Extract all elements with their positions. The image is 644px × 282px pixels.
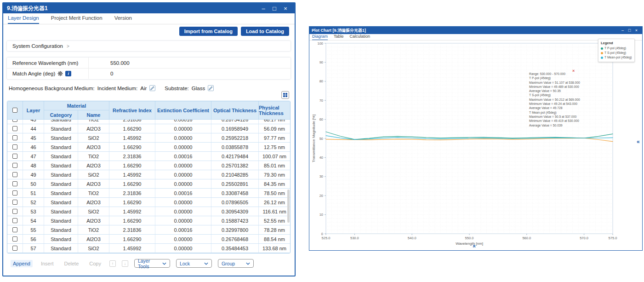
- reference-wavelength-value[interactable]: 550.000: [89, 60, 130, 66]
- row-checkbox[interactable]: [12, 172, 17, 177]
- table-row[interactable]: 51StandardTiO22.318360.000160.3308745878…: [7, 189, 290, 198]
- row-layer: 46: [23, 143, 44, 151]
- table-row[interactable]: 45StandardSiO21.459920.000000.2595221897…: [7, 133, 290, 143]
- layer-table-body[interactable]: 43StandardTiO22.318360.000160.2873412668…: [7, 120, 290, 253]
- row-physical-thickness: 97.77 nm: [259, 133, 290, 142]
- row-optical-thickness: 0.25952218: [211, 133, 259, 142]
- left-tab-layer-design[interactable]: Layer Design: [8, 15, 39, 24]
- row-category: Standard: [44, 198, 78, 207]
- match-angle-row: Match Angle (deg) i 0: [7, 68, 291, 79]
- left-tab-project-merit-function[interactable]: Project Merit Function: [51, 15, 103, 24]
- row-checkbox[interactable]: [12, 144, 17, 150]
- row-physical-thickness: 12.75 nm: [259, 143, 290, 151]
- append-button[interactable]: Append: [11, 260, 33, 267]
- layer-tools-dropdown[interactable]: Layer Tools: [134, 259, 170, 268]
- close-button[interactable]: ×: [633, 28, 640, 33]
- row-checkbox[interactable]: [12, 163, 17, 168]
- row-checkbox[interactable]: [12, 218, 17, 223]
- right-window-controls: – □ ×: [619, 28, 640, 33]
- legend-item: T P-pol (45deg): [601, 46, 632, 51]
- table-row[interactable]: 53StandardSiO21.459920.000000.3095430911…: [7, 207, 290, 216]
- y-tick-label: 10: [319, 213, 323, 217]
- row-category: Standard: [44, 161, 78, 170]
- row-checkbox[interactable]: [12, 246, 17, 251]
- match-angle-value[interactable]: 0: [89, 71, 113, 76]
- row-checkbox[interactable]: [12, 126, 17, 131]
- row-checkbox[interactable]: [12, 154, 17, 159]
- table-row[interactable]: 54StandardAl2O31.662900.000000.158874235…: [7, 216, 290, 225]
- legend-dot-icon: [601, 52, 603, 54]
- minimize-button[interactable]: –: [619, 28, 626, 33]
- table-row[interactable]: 57StandardSiO21.459920.000000.3548445313…: [7, 244, 290, 253]
- row-checkbox-cell: [7, 244, 23, 253]
- lock-dropdown[interactable]: Lock: [176, 259, 212, 268]
- edit-incident-medium-icon[interactable]: [149, 85, 155, 91]
- table-row[interactable]: 55StandardTiO22.318360.000160.3299780078…: [7, 225, 290, 235]
- row-checkbox[interactable]: [12, 190, 17, 196]
- table-row[interactable]: 56StandardAl2O31.662900.000000.267684688…: [7, 235, 290, 244]
- table-row[interactable]: 44StandardAl2O31.662900.000000.169589495…: [7, 124, 290, 133]
- row-checkbox[interactable]: [12, 200, 17, 205]
- table-row[interactable]: 43StandardTiO22.318360.000160.2873412668…: [7, 120, 290, 124]
- right-titlebar: Plot Chart [9.消偏振分光器1] – □ ×: [309, 27, 642, 34]
- right-tab-table[interactable]: Table: [334, 34, 344, 40]
- row-optical-thickness: 0.07896505: [211, 198, 259, 207]
- x-tick-label: 525.0: [322, 236, 331, 240]
- row-checkbox-cell: [7, 225, 23, 234]
- group-dropdown[interactable]: Group: [218, 259, 254, 268]
- reference-wavelength-label-cell: Reference Wavelength (nm): [7, 58, 89, 68]
- row-layer: 43: [23, 120, 44, 124]
- annotation-close-icon[interactable]: ×: [572, 69, 575, 73]
- table-row[interactable]: 46StandardAl2O31.662900.000000.038558781…: [7, 143, 290, 152]
- maximize-button[interactable]: □: [269, 5, 280, 12]
- header-name: Name: [78, 110, 109, 120]
- row-optical-thickness: 0.33087458: [211, 189, 259, 197]
- row-checkbox[interactable]: [12, 209, 17, 214]
- row-extinction-coefficient: 0.00000: [155, 207, 211, 216]
- edit-substrate-icon[interactable]: [208, 85, 214, 91]
- row-extinction-coefficient: 0.00016: [155, 189, 211, 197]
- table-row[interactable]: 52StandardAl2O31.662900.000000.078965052…: [7, 198, 290, 207]
- row-checkbox[interactable]: [12, 120, 17, 122]
- row-checkbox[interactable]: [12, 135, 17, 140]
- info-icon[interactable]: i: [65, 71, 71, 76]
- table-row[interactable]: 48StandardAl2O31.662900.000000.257013828…: [7, 161, 290, 170]
- row-physical-thickness: 78.50 nm: [259, 189, 290, 197]
- row-checkbox[interactable]: [12, 181, 17, 186]
- row-optical-thickness: 0.28734126: [211, 120, 259, 124]
- collapse-panel-icon[interactable]: «: [637, 138, 640, 145]
- header-material: Material: [44, 101, 109, 110]
- left-tab-version[interactable]: Version: [114, 15, 132, 24]
- plot-chart-window: Plot Chart [9.消偏振分光器1] – □ × DiagramTabl…: [309, 26, 643, 251]
- maximize-button[interactable]: □: [626, 28, 633, 33]
- column-settings-button[interactable]: [281, 91, 289, 99]
- row-checkbox[interactable]: [12, 227, 17, 232]
- table-row[interactable]: 47StandardTiO22.318360.000160.4217948410…: [7, 152, 290, 161]
- right-tab-diagram[interactable]: Diagram: [312, 34, 328, 40]
- delete-button[interactable]: Delete: [62, 260, 81, 267]
- table-row[interactable]: 50StandardAl2O31.662900.000000.255028918…: [7, 179, 290, 189]
- expand-bottom-icon[interactable]: «: [471, 245, 478, 248]
- row-extinction-coefficient: 0.00000: [155, 244, 211, 253]
- import-from-catalog-button[interactable]: Import from Catalog: [179, 27, 238, 36]
- y-tick-label: 80: [319, 79, 323, 83]
- select-all-checkbox[interactable]: [12, 108, 17, 113]
- copy-button[interactable]: Copy: [87, 260, 103, 267]
- load-to-catalog-button[interactable]: Load to Catalog: [241, 27, 289, 36]
- header-category: Category: [44, 110, 78, 120]
- move-layer-up-button[interactable]: ↑: [109, 260, 116, 267]
- right-tab-calculation[interactable]: Calculation: [350, 34, 370, 40]
- gear-icon[interactable]: [57, 71, 63, 76]
- system-configuration-header[interactable]: System Configuration >: [7, 41, 291, 51]
- table-row[interactable]: 49StandardSiO21.459920.000000.2104828579…: [7, 170, 290, 179]
- row-physical-thickness: 88.54 nm: [259, 235, 290, 243]
- row-layer: 49: [23, 170, 44, 179]
- table-scrollbar[interactable]: [287, 190, 290, 223]
- row-extinction-coefficient: 0.00016: [155, 225, 211, 234]
- row-physical-thickness: 68.17 nm: [259, 120, 290, 124]
- close-button[interactable]: ×: [280, 5, 291, 12]
- minimize-button[interactable]: –: [258, 5, 269, 12]
- move-layer-down-button[interactable]: ↓: [122, 260, 128, 267]
- insert-button[interactable]: Insert: [39, 260, 56, 267]
- row-checkbox[interactable]: [12, 236, 17, 242]
